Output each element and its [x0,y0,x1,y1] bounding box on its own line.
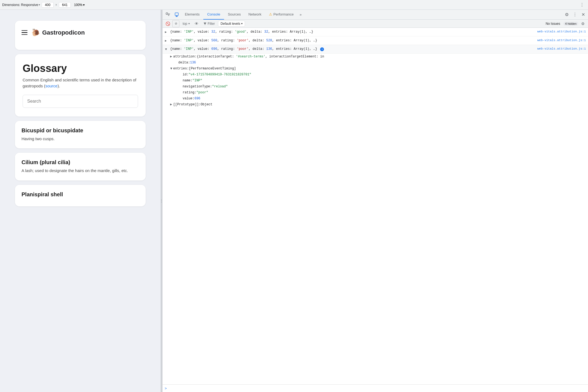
expand-arrow-3[interactable]: ▶ [164,48,168,50]
clear-console-button[interactable]: 🚫 [164,20,171,27]
navigation-type-key: navigationType [183,84,210,89]
prototype-value: Object [201,102,212,107]
width-input[interactable] [42,2,54,8]
term-title: Cilium (plural cilia) [22,159,139,166]
svg-rect-1 [175,13,178,16]
term-definition: Having two cusps. [22,136,139,142]
dimension-separator: × [55,3,57,7]
tree-indent-spacer [174,60,178,65]
devtools-toolbar: 🚫 ⊘ top ▾ 👁 Filter Default levels ▾ No I… [163,20,588,28]
log-levels-button[interactable]: Default levels ▾ [218,21,245,27]
hamburger-line-1 [22,30,27,31]
term-title: Planispiral shell [22,191,139,198]
dimensions-label: Dimensions: Responsive [2,3,38,7]
id-key: id [183,72,186,77]
zoom-chevron-icon: ▾ [83,3,85,7]
filter-button[interactable]: Filter [201,21,217,27]
top-chevron-icon: ▾ [188,22,190,25]
devtools-tabs: Elements Console Sources Network ⚠ Perfo… [163,10,588,20]
rating-value: "poor" [196,90,208,95]
tree-entries: ▶ entries: [PerformanceEventTiming] [163,66,588,72]
info-badge[interactable]: i [320,47,324,51]
delta-key: delta [178,60,188,65]
navigation-type-value: "reload" [212,84,228,89]
row-2-content: web-vitals.attribution.js:1 {name: 'INP'… [170,38,586,43]
tab-performance[interactable]: ⚠ Performance [265,10,297,20]
tree-attribution: ▶ attribution: {interactionTarget: '#sea… [163,54,588,60]
glossary-desc-text: Common English and scientific terms used… [23,78,136,88]
hidden-count-badge: 4 hidden [564,22,578,26]
delta-value: 136 [190,60,196,65]
console-row-3: ▶ web-vitals.attribution.js:1 {name: 'IN… [163,45,588,54]
row-3-content: web-vitals.attribution.js:1 {name: 'INP'… [170,47,586,51]
entries-key: entries [173,66,187,71]
entries-expand-arrow[interactable]: ▶ [169,68,174,69]
tab-console[interactable]: Console [203,10,224,20]
devtools-close-button[interactable]: ✕ [579,11,587,19]
prototype-expand-arrow[interactable]: ▶ [170,102,172,107]
id-value: "v4-1715704899419-7631921820701" [189,72,251,77]
expand-arrow-1[interactable]: ▶ [165,30,167,35]
eye-button[interactable]: 👁 [193,20,200,27]
console-input[interactable] [169,387,586,390]
row-3-link[interactable]: web-vitals.attribution.js:1 [537,47,586,51]
source-link[interactable]: source [45,84,57,88]
expand-arrow-2[interactable]: ▶ [165,39,167,43]
browser-viewport[interactable]: 🐌 Gastropodicon Glossary Common English … [0,10,161,392]
console-output[interactable]: ▶ web-vitals.attribution.js:1 {name: 'IN… [163,28,588,384]
name-value: "INP" [192,78,202,83]
tab-elements-label: Elements [185,12,200,16]
tree-id: id: "v4-1715704899419-7631921820701" [163,72,588,78]
zoom-dropdown[interactable]: 100% ▾ [72,2,86,7]
dimensions-dropdown[interactable]: Dimensions: Responsive ▾ [2,3,40,7]
console-prompt: > [163,384,588,392]
devtools-settings-button[interactable]: ⚙ [563,11,571,19]
no-issues-label: No Issues [546,22,560,26]
more-tabs-button[interactable]: » [298,10,304,20]
tree-name: name: "INP" [163,78,588,84]
term-card-bicuspid: Bicuspid or bicuspidate Having two cusps… [15,121,146,149]
tab-sources[interactable]: Sources [224,10,245,20]
attribution-expand-arrow[interactable]: ▶ [170,54,172,59]
devtools-panel: Elements Console Sources Network ⚠ Perfo… [162,10,588,392]
tab-elements[interactable]: Elements [181,10,203,20]
console-settings-button[interactable]: ⊘ [172,20,179,27]
devtools-topbar: Dimensions: Responsive ▾ × 100% ▾ ⋮ [0,0,588,10]
more-options-button[interactable]: ⋮ [578,1,586,9]
hamburger-menu-button[interactable] [22,30,27,35]
tab-network-label: Network [249,12,262,16]
devtools-more-button[interactable]: ⋮ [571,11,579,19]
entries-value: [PerformanceEventTiming] [189,66,236,71]
tree-indent-spacer [179,96,183,101]
prototype-key: [[Prototype]] [173,102,199,107]
resize-handle[interactable] [161,10,162,392]
tree-prototype: ▶ [[Prototype]]: Object [163,102,588,108]
tree-indent-spacer [179,78,183,83]
row-1-text: {name: 'INP', value: 32, rating: 'good',… [170,30,313,34]
tab-console-label: Console [207,12,220,16]
toolbar-settings-button[interactable]: ⚙ [579,20,586,27]
tree-rating: rating: "poor" [163,90,588,96]
row-2-link[interactable]: web-vitals.attribution.js:1 [537,38,586,43]
tree-navigation-type: navigationType: "reload" [163,84,588,90]
hamburger-line-2 [22,32,27,33]
search-input[interactable] [23,95,138,108]
value-value: 696 [194,96,200,101]
tab-performance-label: Performance [273,12,293,16]
console-row-1: ▶ web-vitals.attribution.js:1 {name: 'IN… [163,28,588,36]
row-1-link[interactable]: web-vitals.attribution.js:1 [537,29,586,34]
attribution-key: attribution [173,54,195,59]
tab-network[interactable]: Network [245,10,265,20]
tree-indent-spacer [179,90,183,95]
rating-key: rating [183,90,194,95]
more-tabs-icon: » [300,13,302,17]
glossary-description: Common English and scientific terms used… [23,77,138,89]
height-input[interactable] [59,2,71,8]
prompt-arrow-icon: > [165,386,167,390]
inspect-element-button[interactable] [164,10,172,20]
top-context-selector[interactable]: top ▾ [180,21,192,27]
device-toolbar-button[interactable] [172,10,181,20]
name-key: name [183,78,191,83]
no-issues-button[interactable]: No Issues [543,21,562,27]
row-1-content: web-vitals.attribution.js:1 {name: 'INP'… [170,29,586,34]
